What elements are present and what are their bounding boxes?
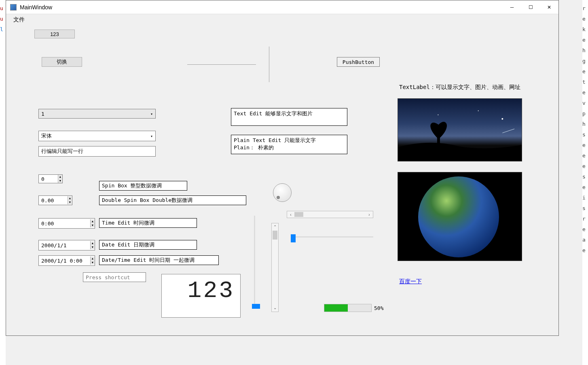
shortcut-edit[interactable]: [83, 272, 146, 282]
time-edit-value: 0:00: [39, 220, 90, 227]
date-edit[interactable]: 2000/1/1 ▲▼: [38, 240, 95, 250]
combo-number-value: 1: [41, 111, 44, 117]
chevron-down-icon[interactable]: ▼: [91, 261, 95, 265]
vertical-line: [269, 47, 269, 82]
text-label: TextLabel：可以显示文字、图片、动画、网址: [399, 84, 520, 91]
chevron-down-icon[interactable]: ⌄: [273, 304, 277, 312]
menu-file[interactable]: 文件: [9, 15, 29, 24]
editor-gutter-left: uul: [0, 0, 6, 365]
spinbox-label: Spin Box 整型数据微调: [99, 181, 187, 191]
progress-fill: [324, 304, 348, 312]
chevron-up-icon[interactable]: ▲: [91, 257, 95, 261]
svg-point-0: [501, 118, 503, 120]
text-edit[interactable]: Text Edit 能够显示文字和图片: [231, 108, 347, 126]
chevron-left-icon[interactable]: ‹: [287, 212, 294, 217]
datetime-edit-value: 2000/1/1 0:00: [39, 257, 90, 265]
chevron-up-icon[interactable]: ▲: [68, 196, 72, 200]
time-edit[interactable]: 0:00 ▲▼: [38, 218, 95, 229]
progress-text: 50%: [374, 305, 383, 311]
chevron-down-icon: ▾: [150, 134, 153, 138]
window-title: MainWindow: [20, 4, 52, 11]
button-123[interactable]: 123: [34, 30, 75, 38]
horizontal-slider[interactable]: [291, 233, 373, 241]
scrollbar-thumb[interactable]: [273, 231, 277, 240]
image-earth: [398, 172, 522, 261]
double-spinbox-label: Double Spin Box Double数据微调: [99, 195, 246, 205]
horizontal-scrollbar[interactable]: ‹ ›: [287, 211, 373, 218]
chevron-down-icon[interactable]: ▼: [91, 245, 95, 249]
slider-handle[interactable]: [291, 234, 296, 242]
chevron-up-icon[interactable]: ▲: [91, 241, 95, 245]
vertical-scrollbar[interactable]: ⌃ ⌄: [271, 223, 279, 312]
menubar: 文件: [6, 14, 558, 25]
app-icon: [10, 4, 17, 11]
date-edit-label: Date Edit 日期微调: [99, 240, 197, 250]
maximize-button[interactable]: ☐: [521, 1, 540, 14]
vertical-slider[interactable]: [250, 216, 258, 309]
font-combo[interactable]: 宋体 ▾: [38, 131, 156, 141]
dial[interactable]: [273, 183, 292, 202]
lcd-number: 123: [161, 274, 241, 318]
switch-button[interactable]: 切换: [42, 57, 82, 67]
chevron-down-icon[interactable]: ▼: [58, 179, 62, 183]
progress-bar: [324, 304, 372, 312]
datetime-edit[interactable]: 2000/1/1 0:00 ▲▼: [38, 255, 95, 266]
font-combo-value: 宋体: [41, 132, 52, 140]
minimize-button[interactable]: ─: [503, 1, 521, 14]
client-area: 123 切换 PushButton 1 ▾ 宋体 ▾ 0 ▲▼ Spin Box…: [6, 25, 558, 335]
chevron-up-icon[interactable]: ⌃: [273, 223, 277, 231]
svg-point-2: [438, 115, 438, 115]
window-titlebar[interactable]: MainWindow ─ ☐ ✕: [6, 0, 558, 14]
chevron-down-icon: ▾: [150, 112, 153, 116]
chevron-up-icon[interactable]: ▲: [91, 219, 95, 223]
double-spinbox-value: 0.00: [39, 197, 68, 204]
time-edit-label: Time Edit 时间微调: [99, 218, 197, 228]
close-button[interactable]: ✕: [540, 1, 558, 14]
svg-point-1: [478, 110, 479, 111]
spinbox[interactable]: 0 ▲▼: [38, 174, 63, 183]
horizontal-line: [187, 64, 256, 65]
chevron-down-icon[interactable]: ▼: [68, 200, 72, 204]
image-svg: [398, 99, 522, 161]
slider-handle[interactable]: [252, 304, 260, 309]
double-spinbox[interactable]: 0.00 ▲▼: [38, 195, 72, 205]
editor-gutter-right: rekehgetevphseeeseisreae: [582, 0, 588, 365]
date-edit-value: 2000/1/1: [39, 242, 90, 249]
plain-text-edit[interactable]: Plain Text Edit 只能显示文字 Plain： 朴素的: [231, 135, 347, 154]
line-edit[interactable]: [38, 146, 156, 157]
combo-number[interactable]: 1 ▾: [38, 109, 156, 119]
chevron-up-icon[interactable]: ▲: [58, 175, 62, 179]
spinbox-value: 0: [39, 175, 58, 183]
chevron-down-icon[interactable]: ▼: [91, 223, 95, 227]
datetime-edit-label: Date/Time Edit 时间日期 一起微调: [99, 255, 219, 265]
main-window: MainWindow ─ ☐ ✕ 文件 123 切换 PushButton 1 …: [6, 0, 559, 336]
image-tree: [398, 98, 522, 161]
scrollbar-thumb[interactable]: [294, 212, 303, 217]
link-baidu[interactable]: 百度一下: [399, 278, 422, 285]
push-button[interactable]: PushButton: [337, 57, 380, 67]
chevron-right-icon[interactable]: ›: [366, 212, 373, 217]
